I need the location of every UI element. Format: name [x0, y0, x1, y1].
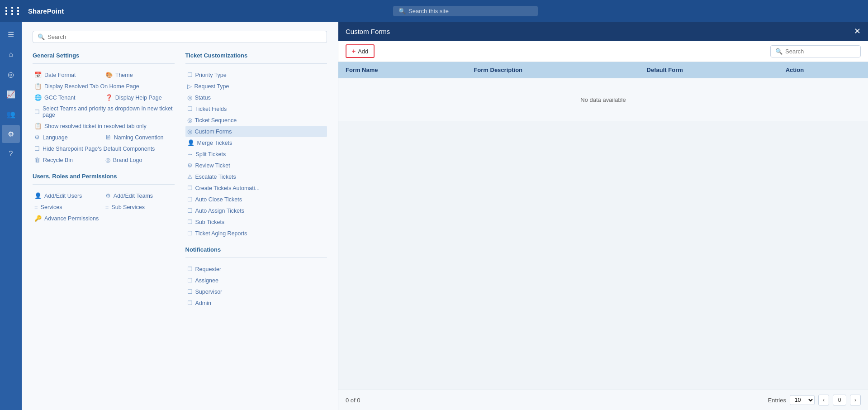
sidebar-icon-settings[interactable]: ⚙: [2, 125, 20, 143]
settings-item-date-format[interactable]: 📅Date Format: [33, 69, 104, 81]
settings-item-split-tickets[interactable]: ↔Split Tickets: [185, 148, 327, 160]
settings-item-sub-tickets[interactable]: ☐Sub Tickets: [185, 216, 327, 228]
app-grid-icon[interactable]: [5, 7, 22, 15]
general-settings-items: 📅Date Format 🎨Theme 📋Display Resolved Ta…: [33, 69, 175, 166]
cf-search-input[interactable]: [785, 48, 856, 55]
supervisor-icon: ☐: [187, 288, 193, 295]
settings-item-create-tickets-auto[interactable]: ☐Create Tickets Automati...: [185, 182, 327, 194]
cf-search-bar[interactable]: 🔍: [770, 45, 861, 57]
add-teams-icon: ⚙: [105, 192, 111, 199]
users-roles-items: 👤Add/Edit Users ⚙Add/Edit Teams ≡Service…: [33, 190, 175, 224]
cf-search-icon: 🔍: [775, 48, 783, 55]
add-button[interactable]: + Add: [346, 44, 375, 58]
settings-item-naming-convention[interactable]: 🖹Naming Convention: [104, 132, 175, 143]
sidebar-icon-chart[interactable]: 📈: [2, 85, 20, 103]
settings-item-supervisor[interactable]: ☐Supervisor: [185, 286, 327, 297]
no-data-message: No data available: [338, 78, 868, 122]
settings-item-recycle-bin[interactable]: 🗑Recycle Bin: [33, 154, 104, 166]
sidebar-icon-menu[interactable]: ☰: [2, 25, 20, 43]
top-nav-bar: SharePoint 🔍: [0, 0, 868, 22]
main-layout: ☰ ⌂ ◎ 📈 👥 ⚙ ? 🔍 General Settings 📅Date F…: [0, 22, 868, 410]
settings-item-display-help[interactable]: ❓Display Help Page: [104, 92, 175, 103]
split-icon: ↔: [187, 151, 193, 157]
top-search-bar[interactable]: 🔍: [393, 6, 538, 16]
recycle-icon: 🗑: [34, 157, 40, 163]
naming-icon: 🖹: [105, 134, 111, 141]
settings-item-auto-close[interactable]: ☐Auto Close Tickets: [185, 194, 327, 205]
entries-select[interactable]: 10 25 50 100: [790, 395, 815, 405]
permissions-icon: 🔑: [34, 215, 42, 222]
settings-item-ticket-fields[interactable]: ☐Ticket Fields: [185, 103, 327, 114]
settings-item-display-resolved[interactable]: 📋Display Resolved Tab On Home Page: [33, 81, 175, 92]
settings-item-language[interactable]: ⚙Language: [33, 132, 104, 143]
settings-item-priority-type[interactable]: ☐Priority Type: [185, 69, 327, 81]
notifications-items: ☐Requester ☐Assignee ☐Supervisor ☐Admin: [185, 263, 327, 309]
review-icon: ⚙: [187, 162, 193, 169]
settings-item-requester[interactable]: ☐Requester: [185, 263, 327, 275]
settings-search-input[interactable]: [47, 33, 322, 40]
general-settings-title: General Settings: [33, 52, 175, 59]
settings-item-hide-sharepoint[interactable]: ☐Hide Sharepoint Page's Default Componen…: [33, 143, 175, 154]
settings-item-advance-permissions[interactable]: 🔑Advance Permissions: [33, 213, 104, 224]
entries-label: Entries: [768, 397, 786, 404]
cf-pagination: Entries 10 25 50 100 ‹ 0 ›: [768, 395, 861, 405]
sidebar-icon-globe[interactable]: ◎: [2, 65, 20, 83]
col-default-form: Default Form: [640, 62, 778, 78]
cf-table-container: Form Name Form Description Default Form …: [338, 62, 868, 390]
add-label: Add: [358, 48, 368, 55]
sidebar-icon-users[interactable]: 👥: [2, 105, 20, 123]
settings-item-status[interactable]: ◎Status: [185, 92, 327, 103]
status-icon: ◎: [187, 94, 192, 101]
prev-page-button[interactable]: ‹: [818, 395, 829, 405]
settings-item-add-edit-teams[interactable]: ⚙Add/Edit Teams: [104, 190, 175, 201]
settings-item-review-ticket[interactable]: ⚙Review Ticket: [185, 160, 327, 171]
settings-item-ticket-aging[interactable]: ☐Ticket Aging Reports: [185, 228, 327, 239]
settings-search-bar[interactable]: 🔍: [33, 31, 327, 43]
custom-forms-title: Custom Forms: [346, 28, 390, 35]
settings-item-gcc-tenant[interactable]: 🌐GCC Tenant: [33, 92, 104, 103]
custom-forms-panel: Custom Forms ✕ + Add 🔍 Form Name Form De…: [338, 22, 868, 410]
settings-item-select-teams[interactable]: ☐Select Teams and priority as dropdown i…: [33, 103, 175, 120]
settings-item-sub-services[interactable]: ≡Sub Services: [104, 201, 175, 213]
cf-footer: 0 of 0 Entries 10 25 50 100 ‹ 0 ›: [338, 390, 868, 410]
settings-item-escalate-tickets[interactable]: ⚠Escalate Tickets: [185, 171, 327, 182]
settings-panel: 🔍 General Settings 📅Date Format 🎨Theme 📋…: [22, 22, 338, 410]
auto-close-icon: ☐: [187, 196, 193, 203]
close-icon[interactable]: ✕: [854, 26, 861, 36]
settings-item-merge-tickets[interactable]: 👤Merge Tickets: [185, 137, 327, 148]
sidebar-icon-home[interactable]: ⌂: [2, 45, 20, 63]
ticket-fields-icon: ☐: [187, 105, 193, 112]
settings-item-services[interactable]: ≡Services: [33, 201, 104, 213]
settings-item-brand-logo[interactable]: ◎Brand Logo: [104, 154, 175, 166]
help-page-icon: ❓: [105, 94, 113, 101]
col-action: Action: [778, 62, 868, 78]
request-icon: ▷: [187, 83, 192, 90]
settings-item-show-resolved[interactable]: 📋Show resolved ticket in resolved tab on…: [33, 120, 175, 132]
settings-item-ticket-sequence[interactable]: ◎Ticket Sequence: [185, 114, 327, 126]
services-icon: ≡: [34, 204, 38, 210]
settings-item-custom-forms[interactable]: ◎Custom Forms: [185, 126, 327, 137]
add-users-icon: 👤: [34, 192, 42, 199]
merge-icon: 👤: [187, 139, 194, 146]
language-icon: ⚙: [34, 134, 40, 141]
settings-item-add-edit-users[interactable]: 👤Add/Edit Users: [33, 190, 104, 201]
table-header-row: Form Name Form Description Default Form …: [338, 62, 868, 78]
ticket-seq-icon: ◎: [187, 117, 192, 124]
custom-forms-icon: ◎: [187, 128, 192, 135]
resolved-icon: 📋: [34, 83, 42, 90]
assignee-icon: ☐: [187, 277, 193, 284]
next-page-button[interactable]: ›: [850, 395, 861, 405]
settings-item-auto-assign[interactable]: ☐Auto Assign Tickets: [185, 205, 327, 216]
sub-tickets-icon: ☐: [187, 219, 193, 225]
settings-item-request-type[interactable]: ▷Request Type: [185, 81, 327, 92]
custom-forms-header: Custom Forms ✕: [338, 22, 868, 41]
sidebar-icon-help[interactable]: ?: [2, 145, 20, 163]
ticket-customizations-items: ☐Priority Type ▷Request Type ◎Status ☐Ti…: [185, 69, 327, 239]
settings-item-theme[interactable]: 🎨Theme: [104, 69, 175, 81]
theme-icon: 🎨: [105, 72, 113, 78]
top-search-input[interactable]: [408, 8, 532, 14]
hide-icon: ☐: [34, 145, 40, 152]
settings-item-assignee[interactable]: ☐Assignee: [185, 275, 327, 286]
settings-item-admin[interactable]: ☐Admin: [185, 297, 327, 309]
aging-icon: ☐: [187, 230, 193, 237]
